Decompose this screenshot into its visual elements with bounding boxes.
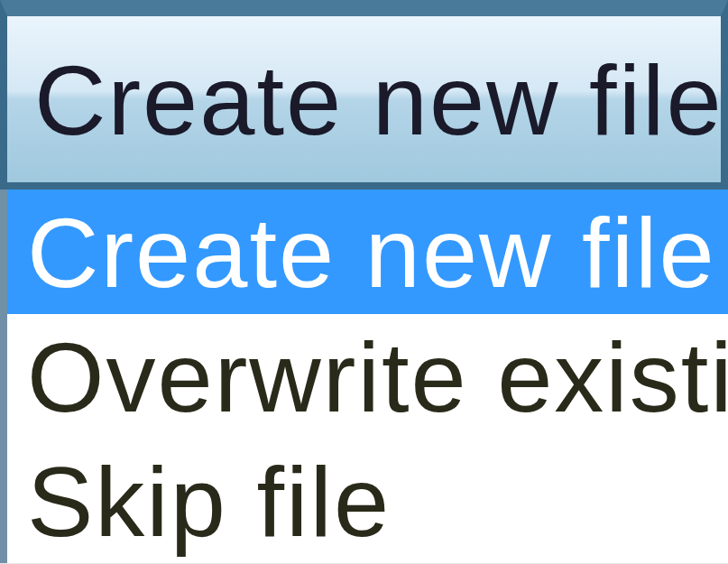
dropdown-option-skip-file[interactable]: Skip file [7, 439, 728, 563]
dropdown-selected-button[interactable]: Create new file [0, 0, 728, 190]
dropdown-option-label: Create new file [27, 195, 716, 310]
dropdown-options-list: Create new file Overwrite existing file … [0, 190, 728, 563]
file-action-dropdown[interactable]: Create new file Create new file Overwrit… [0, 0, 728, 563]
dropdown-option-label: Overwrite existing file [27, 319, 728, 434]
dropdown-option-label: Skip file [27, 444, 391, 559]
dropdown-option-overwrite-existing[interactable]: Overwrite existing file [7, 314, 728, 439]
dropdown-selected-label: Create new file [34, 42, 723, 157]
dropdown-option-create-new-file[interactable]: Create new file [7, 190, 728, 314]
